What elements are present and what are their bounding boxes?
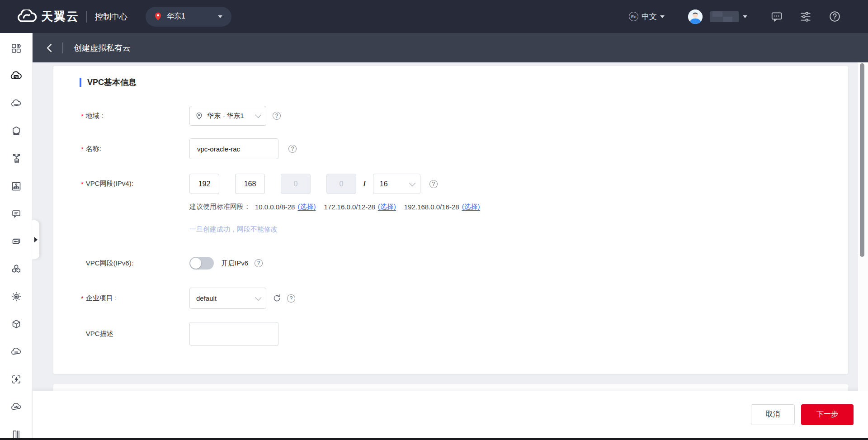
ipv6-toggle-label: 开启IPv6: [221, 259, 248, 268]
region-label: * 地域 :: [81, 112, 189, 120]
settings-sliders-icon[interactable]: [800, 11, 811, 23]
cancel-button[interactable]: 取消: [751, 404, 795, 425]
section-title: VPC基本信息: [80, 77, 137, 88]
section-title-bar: [80, 78, 81, 87]
expand-arrow-icon: [34, 237, 38, 242]
octet-4-input: [326, 174, 356, 194]
location-pin-icon: [155, 12, 161, 21]
octet-1-input[interactable]: [189, 174, 219, 194]
cloud-logo-icon: [16, 9, 37, 24]
cidr-option-value: 192.168.0.0/16-28: [404, 203, 459, 211]
vpc-name-input[interactable]: [189, 138, 278, 159]
page-header: 创建虚拟私有云: [33, 33, 868, 62]
region-selector[interactable]: 华东1: [146, 7, 231, 27]
refresh-icon[interactable]: [273, 294, 281, 303]
cidr-option-value: 172.16.0.0/12-28: [324, 203, 375, 211]
sidebar-item-hexagon-stack-icon[interactable]: [0, 117, 32, 145]
ipv6-row: * VPC网段(IPv6): 开启IPv6 ?: [81, 257, 263, 270]
prefix-value: 16: [380, 180, 388, 188]
sidebar-item-hexagon-cluster-icon[interactable]: [0, 255, 32, 283]
page-title: 创建虚拟私有云: [74, 43, 131, 53]
octet-3-input: [281, 174, 311, 194]
required-mark: *: [81, 112, 84, 120]
footer-bar: 取消 下一步: [33, 391, 868, 438]
location-pin-icon: [196, 112, 202, 120]
prefix-select[interactable]: 16: [373, 174, 420, 194]
main-content: VPC基本信息 * 地域 : 华东 - 华东1 ?: [33, 62, 868, 440]
brand-logo[interactable]: 天翼云: [16, 9, 79, 24]
vpc-description-textarea[interactable]: [189, 322, 278, 346]
cidr-warning-row: 一旦创建成功，网段不能修改: [81, 225, 278, 234]
vpc-basic-info-card: VPC基本信息 * 地域 : 华东 - 华东1 ?: [53, 66, 848, 374]
cidr-warning-text: 一旦创建成功，网段不能修改: [189, 225, 278, 234]
octet-2-input[interactable]: [235, 174, 265, 194]
chevron-down-icon: [218, 15, 222, 18]
next-step-button[interactable]: 下一步: [801, 404, 854, 425]
region-value: 华东1: [167, 12, 185, 21]
section-title-text: VPC基本信息: [87, 77, 137, 88]
ipv4-label: * VPC网段(IPv4):: [81, 180, 189, 188]
cidr-hint-row: 建议使用标准网段： 10.0.0.0/8-28 (选择) 172.16.0.0/…: [81, 203, 488, 211]
cidr-hint-intro: 建议使用标准网段：: [189, 203, 250, 211]
cidr-option-value: 10.0.0.0/8-28: [255, 203, 295, 211]
header-divider: [62, 43, 63, 53]
language-badge-icon: En: [629, 12, 638, 21]
language-selector[interactable]: En 中文: [629, 11, 665, 22]
language-value: 中文: [642, 11, 657, 22]
project-help-icon[interactable]: ?: [287, 294, 295, 303]
back-button[interactable]: [46, 43, 52, 53]
project-select[interactable]: default: [189, 288, 266, 309]
feedback-message-icon[interactable]: [771, 11, 783, 23]
sidebar-item-cloud-host-icon[interactable]: [0, 62, 32, 90]
chevron-down-icon: [255, 112, 261, 118]
cidr-option-select-link[interactable]: (选择): [462, 203, 480, 211]
ipv6-toggle[interactable]: [189, 257, 214, 270]
ipv6-label: * VPC网段(IPv6):: [81, 259, 189, 268]
sidebar-expander[interactable]: [32, 220, 39, 259]
sidebar-item-cloud-storage-icon[interactable]: [0, 90, 32, 117]
help-circle-icon[interactable]: [829, 10, 841, 23]
cidr-option-select-link[interactable]: (选择): [297, 203, 316, 211]
project-label: * 企业项目 :: [81, 294, 189, 303]
name-row: * 名称: ?: [81, 138, 297, 159]
sidebar-item-network-hub-icon[interactable]: [0, 283, 32, 310]
sidebar-item-dashboard-icon[interactable]: [0, 34, 32, 62]
cidr-option-select-link[interactable]: (选择): [378, 203, 396, 211]
user-menu[interactable]: [710, 11, 747, 22]
sidebar: [0, 33, 33, 440]
sidebar-item-cloud-lines-icon[interactable]: [0, 338, 32, 365]
project-row: * 企业项目 : default ?: [81, 288, 295, 309]
chevron-down-icon: [660, 15, 665, 18]
user-menu-caret-icon: [743, 15, 747, 18]
username-redacted: [710, 11, 739, 22]
ipv4-help-icon[interactable]: ?: [429, 180, 438, 188]
scrollbar-track[interactable]: [858, 62, 868, 391]
ipv6-help-icon[interactable]: ?: [255, 259, 263, 267]
region-select[interactable]: 华东 - 华东1: [189, 106, 266, 126]
console-center-link[interactable]: 控制中心: [95, 11, 127, 22]
sidebar-item-cloud-monitor-icon[interactable]: [0, 393, 32, 421]
ipv4-cidr-row: * VPC网段(IPv4): / 16 ?: [81, 174, 438, 194]
sidebar-item-database-cluster-icon[interactable]: [0, 145, 32, 172]
region-help-icon[interactable]: ?: [273, 112, 281, 120]
sidebar-item-columns-icon[interactable]: [0, 421, 32, 440]
region-select-value: 华东 - 华东1: [207, 112, 244, 120]
scrollbar-thumb[interactable]: [860, 63, 864, 257]
topbar: 天翼云 控制中心 华东1 En 中文: [0, 0, 868, 33]
window-bottom-edge: [0, 438, 868, 440]
avatar[interactable]: [688, 9, 703, 24]
region-row: * 地域 : 华东 - 华东1 ?: [81, 106, 281, 126]
chevron-down-icon: [409, 180, 415, 186]
description-label: * VPC描述: [81, 330, 189, 338]
sidebar-item-topology-icon[interactable]: [0, 172, 32, 200]
sidebar-item-card-more-icon[interactable]: [0, 227, 32, 255]
cidr-slash: /: [363, 180, 366, 189]
sidebar-item-cube-icon[interactable]: [0, 310, 32, 338]
name-help-icon[interactable]: ?: [288, 145, 297, 153]
brand-name: 天翼云: [41, 9, 79, 24]
project-select-value: default: [196, 294, 217, 302]
topbar-divider: [86, 11, 87, 23]
description-row: * VPC描述: [81, 322, 278, 346]
sidebar-item-message-icon[interactable]: [0, 200, 32, 227]
sidebar-item-frame-flash-icon[interactable]: [0, 365, 32, 393]
